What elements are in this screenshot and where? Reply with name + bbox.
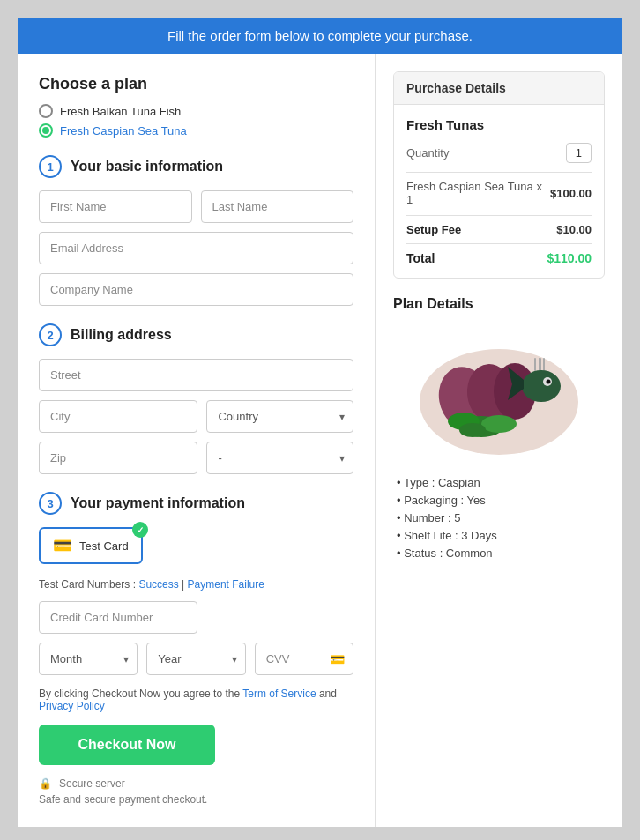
company-input[interactable] — [39, 273, 353, 306]
left-column: Choose a plan Fresh Balkan Tuna Fish Fre… — [18, 54, 376, 827]
quantity-label: Quantity — [406, 146, 449, 160]
cvv-wrapper: 💳 — [255, 643, 353, 675]
section1-title: Your basic information — [71, 159, 223, 175]
terms-text: By clicking Checkout Now you agree to th… — [39, 688, 353, 712]
total-label: Total — [406, 251, 435, 265]
test-card-numbers-label: Test Card Numbers : — [39, 578, 138, 591]
fish-image-container — [393, 323, 605, 464]
cc-number-input[interactable] — [39, 601, 197, 634]
secure-subtitle: Safe and secure payment checkout. — [39, 793, 207, 806]
country-wrapper: Country — [206, 400, 353, 433]
month-select[interactable]: Month 01020304 05060708 09101112 — [39, 643, 138, 675]
total-value: $110.00 — [547, 251, 592, 265]
success-link[interactable]: Success — [138, 578, 178, 591]
section2-heading: 2 Billing address — [39, 323, 353, 346]
section3-number: 3 — [39, 492, 62, 515]
test-card-option[interactable]: 💳 Test Card ✓ — [39, 527, 143, 564]
banner-text: Fill the order form below to complete yo… — [167, 28, 473, 43]
radio-empty-balkan — [39, 104, 53, 118]
section3-title: Your payment information — [71, 495, 245, 511]
plan-option-caspian[interactable]: Fresh Caspian Sea Tuna — [39, 123, 353, 138]
item-row: Fresh Caspian Sea Tuna x 1 $100.00 — [406, 180, 592, 206]
divider2 — [406, 215, 592, 216]
section2-number: 2 — [39, 323, 62, 346]
test-card-label: Test Card — [79, 539, 129, 553]
top-banner: Fill the order form below to complete yo… — [18, 18, 622, 54]
right-column: Purchase Details Fresh Tunas Quantity 1 … — [376, 54, 622, 827]
svg-point-13 — [481, 415, 517, 433]
zip-state-row: - — [39, 442, 353, 474]
secure-title: Secure server — [59, 777, 125, 790]
section1-heading: 1 Your basic information — [39, 155, 353, 178]
email-input[interactable] — [39, 232, 353, 264]
year-wrapper: Year 2024202520262027 — [146, 643, 245, 675]
radio-selected-caspian — [39, 123, 53, 138]
plan-balkan-label: Fresh Balkan Tuna Fish — [60, 105, 181, 118]
company-row — [39, 273, 353, 306]
city-country-row: Country — [39, 400, 353, 433]
checkout-button[interactable]: Checkout Now — [39, 725, 215, 765]
year-select[interactable]: Year 2024202520262027 — [146, 643, 245, 675]
svg-point-8 — [522, 370, 561, 402]
email-row — [39, 232, 353, 264]
fresh-tunas-title: Fresh Tunas — [406, 117, 592, 132]
page-wrapper: Fill the order form below to complete yo… — [18, 18, 622, 827]
payment-card-row: 💳 Test Card ✓ — [39, 527, 353, 575]
name-row — [39, 190, 353, 223]
terms-link[interactable]: Term of Service — [242, 688, 316, 700]
setup-fee-value: $10.00 — [556, 223, 592, 236]
state-wrapper: - — [206, 442, 353, 474]
divider3 — [406, 243, 592, 244]
credit-card-icon: 💳 — [53, 536, 72, 555]
separator: | — [179, 578, 188, 591]
main-container: Choose a plan Fresh Balkan Tuna Fish Fre… — [18, 54, 622, 827]
plan-caspian-label: Fresh Caspian Sea Tuna — [60, 124, 187, 138]
quantity-value: 1 — [566, 143, 592, 163]
svg-point-14 — [459, 423, 486, 437]
purchase-details-box: Purchase Details Fresh Tunas Quantity 1 … — [393, 71, 605, 279]
bullet-packaging: Packaging : Yes — [393, 494, 605, 507]
setup-fee-label: Setup Fee — [406, 223, 461, 236]
section3-heading: 3 Your payment information — [39, 492, 353, 515]
plan-details-section: Plan Details — [393, 296, 605, 560]
expiry-cvv-row: Month 01020304 05060708 09101112 Year 20… — [39, 643, 353, 675]
privacy-link[interactable]: Privacy Policy — [39, 700, 105, 712]
svg-rect-5 — [534, 358, 536, 371]
terms-prefix: By clicking Checkout Now you agree to th… — [39, 688, 242, 700]
quantity-row: Quantity 1 — [406, 143, 592, 163]
zip-input[interactable] — [39, 442, 197, 474]
item-price: $100.00 — [550, 187, 592, 200]
first-name-input[interactable] — [39, 190, 192, 223]
choose-plan-title: Choose a plan — [39, 75, 353, 93]
total-row: Total $110.00 — [406, 251, 592, 265]
plan-bullet-list: Type : Caspian Packaging : Yes Number : … — [393, 476, 605, 560]
svg-rect-6 — [539, 358, 540, 371]
plan-option-balkan[interactable]: Fresh Balkan Tuna Fish — [39, 104, 353, 118]
state-select[interactable]: - — [206, 442, 353, 474]
lock-icon: 🔒 — [39, 777, 52, 790]
last-name-input[interactable] — [201, 190, 354, 223]
selected-check-badge: ✓ — [132, 522, 148, 538]
terms-middle: and — [316, 688, 337, 700]
bullet-shelf-life: Shelf Life : 3 Days — [393, 529, 605, 542]
plan-details-title: Plan Details — [393, 296, 605, 312]
bullet-status: Status : Common — [393, 546, 605, 560]
bullet-type: Type : Caspian — [393, 476, 605, 489]
section1-number: 1 — [39, 155, 62, 178]
svg-point-10 — [547, 380, 551, 384]
bullet-number: Number : 5 — [393, 511, 605, 524]
setup-fee-row: Setup Fee $10.00 — [406, 223, 592, 236]
city-input[interactable] — [39, 400, 197, 433]
test-card-info: Test Card Numbers : Success | Payment Fa… — [39, 578, 353, 591]
fish-image — [411, 323, 587, 464]
purchase-details-header: Purchase Details — [394, 72, 604, 105]
section2-title: Billing address — [71, 327, 172, 343]
country-select[interactable]: Country — [206, 400, 353, 433]
cc-row — [39, 601, 353, 634]
item-label: Fresh Caspian Sea Tuna x 1 — [406, 180, 550, 206]
failure-link[interactable]: Payment Failure — [188, 578, 264, 591]
cvv-card-icon: 💳 — [330, 652, 345, 666]
svg-rect-7 — [543, 358, 545, 371]
divider1 — [406, 172, 592, 173]
street-input[interactable] — [39, 359, 353, 391]
